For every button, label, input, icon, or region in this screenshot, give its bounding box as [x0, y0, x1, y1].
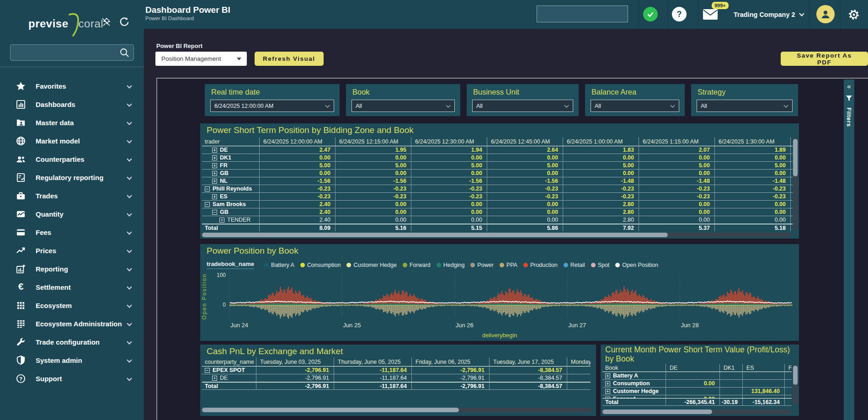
unpin-sidebar-icon[interactable]: [100, 16, 112, 28]
position-table-hscrollbar[interactable]: [202, 233, 792, 237]
legend-item-hedging[interactable]: Hedging: [437, 262, 465, 268]
legend-item-production[interactable]: Production: [523, 262, 558, 268]
legend-item-open-position[interactable]: Open Position: [615, 262, 658, 268]
row-label-cell: −GB: [202, 208, 259, 216]
legend-item-spot[interactable]: Spot: [591, 262, 610, 268]
value-cell: -266,345.41: [666, 399, 719, 405]
sidebar-item-regulatory-reporting[interactable]: Regulatory reporting: [0, 168, 144, 186]
sidebar-item-fees[interactable]: Fees: [0, 223, 144, 241]
table-row[interactable]: +NL-1.56-1.56-1.56-1.56-1.48-1.48-1.48: [202, 177, 793, 185]
legend-item-consumption[interactable]: Consumption: [300, 262, 341, 268]
expand-icon[interactable]: +: [212, 163, 217, 168]
table-row[interactable]: +Customer Hedge131,846.40: [602, 388, 792, 395]
collapse-icon[interactable]: −: [205, 202, 210, 207]
search-icon[interactable]: [119, 48, 129, 58]
expand-icon[interactable]: +: [212, 194, 217, 199]
legend-item-ppa[interactable]: PPA: [500, 262, 517, 268]
table-row[interactable]: +Battery A: [602, 372, 792, 380]
slicer-dropdown[interactable]: All: [591, 100, 679, 112]
table-row[interactable]: Total-2,796.91-11,187.64-2,796.91-8,384.…: [202, 382, 591, 390]
slicer-dropdown[interactable]: 6/24/2025 12:00:00 AM: [210, 100, 334, 112]
table-row[interactable]: Total8.095.165.155.867.925.375.18: [202, 224, 793, 231]
table-row[interactable]: +Consumption0.00: [602, 380, 792, 388]
table-row[interactable]: +ES-0.23-0.23-0.23-0.23-0.23-0.23-0.23: [202, 193, 793, 201]
sidebar-item-favorites[interactable]: Favorites: [0, 77, 144, 95]
legend-item-power[interactable]: Power: [470, 262, 493, 268]
table-row[interactable]: +GB0.000.000.000.000.000.000.00: [202, 170, 793, 177]
month-table-hscrollbar[interactable]: [602, 409, 792, 414]
slicer-dropdown[interactable]: All: [472, 100, 573, 112]
help-icon[interactable]: ?: [672, 7, 687, 21]
report-select[interactable]: Position Management: [155, 52, 247, 66]
table-row[interactable]: +TENDER2.400.000.000.002.800.000.00: [202, 216, 793, 224]
table-row[interactable]: −Phill Reynolds-0.23-0.23-0.23-0.23-0.23…: [202, 185, 793, 193]
slicer-dropdown[interactable]: All: [351, 100, 455, 112]
sidebar-item-trades[interactable]: Trades: [0, 186, 144, 205]
legend-item-retail[interactable]: Retail: [564, 262, 585, 268]
table-row[interactable]: +DE-2,796.91-11,187.64-2,796.91-8,384.57: [202, 374, 591, 382]
sidebar-item-quantity[interactable]: Quantity: [0, 205, 144, 223]
expand-filters-icon[interactable]: «: [847, 82, 851, 90]
settings-gear-icon[interactable]: [848, 9, 860, 21]
expand-icon[interactable]: +: [212, 155, 217, 160]
sidebar-item-dashboards[interactable]: Dashboards: [0, 95, 144, 113]
collapse-icon[interactable]: −: [205, 368, 210, 373]
table-row[interactable]: −EPEX SPOT-2,796.91-11,187.64-2,796.91-8…: [202, 367, 591, 374]
refresh-sidebar-icon[interactable]: [118, 16, 131, 28]
chevron-down-icon: [127, 229, 132, 234]
save-report-pdf-button[interactable]: Save Report As PDF: [781, 52, 868, 66]
avatar[interactable]: [816, 5, 835, 23]
month-table-vscrollbar[interactable]: [793, 365, 798, 405]
cash-pnl-hscrollbar[interactable]: [202, 408, 591, 412]
svg-text:Jun 28: Jun 28: [681, 322, 699, 329]
table-row[interactable]: −Sam Brooks2.400.000.000.002.800.000.00: [202, 201, 793, 208]
table-row[interactable]: +DK10.000.000.000.000.000.000.00: [202, 154, 793, 162]
sidebar-search-input[interactable]: [11, 49, 119, 56]
company-selector[interactable]: Trading Company 2: [734, 0, 804, 29]
expand-icon[interactable]: +: [212, 171, 217, 176]
notification-badge[interactable]: 999+: [712, 2, 729, 9]
sidebar-item-master-data[interactable]: Master data: [0, 113, 144, 132]
sidebar-item-system-admin[interactable]: System admin: [0, 351, 144, 369]
legend-item-forward[interactable]: Forward: [403, 262, 431, 268]
expand-icon[interactable]: +: [605, 389, 610, 394]
refresh-visual-button[interactable]: Refresh Visual: [255, 52, 324, 66]
collapse-icon[interactable]: −: [205, 186, 210, 191]
expand-icon[interactable]: +: [605, 373, 610, 378]
sidebar-item-ecosystem-administration[interactable]: Ecosystem Administration: [0, 314, 144, 333]
header-search-input[interactable]: [537, 11, 627, 18]
status-ok-icon[interactable]: [643, 7, 658, 21]
mail-icon[interactable]: [703, 8, 718, 21]
sidebar-item-ecosystem[interactable]: Ecosystem: [0, 296, 144, 314]
value-cell: [719, 388, 742, 395]
sidebar-item-label: Fees: [36, 229, 128, 236]
legend-item-battery-a[interactable]: Battery A: [264, 262, 294, 268]
logo-text-previse: previse: [28, 17, 69, 30]
filters-pane-collapsed[interactable]: « Filters: [844, 80, 854, 420]
position-table-vscrollbar[interactable]: [793, 138, 798, 230]
sidebar-item-prices[interactable]: Prices: [0, 241, 144, 260]
expand-icon[interactable]: +: [605, 381, 610, 386]
sidebar-item-market-model[interactable]: Market model: [0, 132, 144, 150]
collapse-icon[interactable]: −: [212, 210, 217, 215]
row-label: GB: [220, 209, 229, 215]
svg-text:Jun 26: Jun 26: [456, 322, 474, 329]
expand-icon[interactable]: +: [212, 376, 217, 381]
sidebar-item-counterparties[interactable]: Counterparties: [0, 150, 144, 168]
sidebar-item-settlement[interactable]: €Settlement: [0, 278, 144, 296]
sidebar-item-trade-configuration[interactable]: Trade configuration: [0, 333, 144, 351]
sidebar-item-support[interactable]: ?Support: [0, 369, 144, 388]
slicer-dropdown[interactable]: All: [697, 100, 793, 112]
value-cell: 5.00: [714, 162, 790, 169]
sidebar-item-reporting[interactable]: Reporting: [0, 260, 144, 278]
table-row[interactable]: −GB2.400.000.000.002.800.000.00: [202, 208, 793, 216]
table-row[interactable]: +FR5.005.005.005.005.005.005.00: [202, 162, 793, 170]
expand-icon[interactable]: +: [219, 218, 224, 223]
table-row[interactable]: +DE2.471.951.942.641.832.071.89: [202, 146, 793, 154]
value-cell: 0.00: [563, 170, 639, 177]
expand-icon[interactable]: +: [212, 179, 217, 184]
legend-item-customer-hedge[interactable]: Customer Hedge: [346, 262, 397, 268]
expand-icon[interactable]: +: [212, 148, 217, 153]
table-row[interactable]: Total-266,345.41-30.19-15,162.34256,7: [602, 398, 792, 406]
value-cell: 5.00: [259, 162, 335, 169]
